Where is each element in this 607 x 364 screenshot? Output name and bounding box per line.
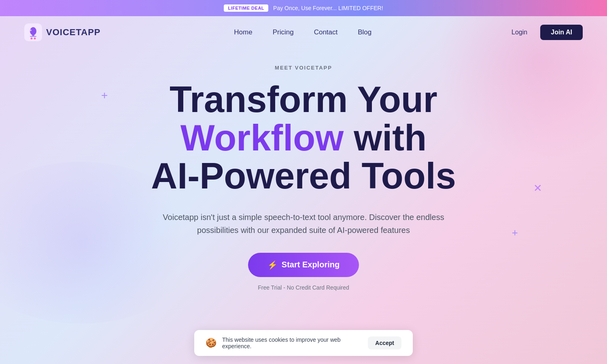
meet-label: MEET VOICETAPP (275, 65, 332, 71)
svg-point-5 (34, 38, 36, 40)
hero-title-line2: with (354, 118, 427, 158)
start-exploring-button[interactable]: ⚡ Start Exploring (248, 253, 359, 277)
logo-text: VOICETAPP (46, 27, 101, 38)
hero-subtitle: Voicetapp isn't just a simple speech-to-… (162, 211, 445, 237)
announcement-text: Pay Once, Use Forever... LIMITED OFFER! (273, 5, 383, 11)
announcement-bar: LIFETIME DEAL Pay Once, Use Forever... L… (0, 0, 607, 16)
hero-title-line3: AI-Powered Tools (151, 156, 456, 196)
hero-title-line1: Transform Your (170, 79, 437, 120)
cookie-icon: 🍪 (206, 338, 216, 348)
logo-icon (24, 23, 42, 41)
nav-actions: Login Join AI (505, 25, 583, 40)
login-button[interactable]: Login (505, 25, 534, 39)
svg-point-4 (31, 38, 33, 40)
nav-link-home[interactable]: Home (234, 28, 252, 36)
nav-link-blog[interactable]: Blog (358, 28, 371, 36)
nav-link-pricing[interactable]: Pricing (273, 28, 294, 36)
svg-point-6 (30, 30, 32, 31)
navbar: VOICETAPP Home Pricing Contact Blog Logi… (0, 16, 607, 49)
join-button[interactable]: Join AI (540, 25, 583, 40)
hero-title: Transform Your Workflow with AI-Powered … (151, 80, 456, 195)
free-trial-text: Free Trial - No Credit Card Required (258, 284, 349, 291)
cookie-banner: 🍪 This website uses cookies to improve y… (194, 330, 413, 356)
svg-rect-3 (30, 36, 36, 37)
lightning-icon: ⚡ (267, 260, 278, 270)
hero-section: MEET VOICETAPP Transform Your Workflow w… (0, 49, 607, 291)
logo[interactable]: VOICETAPP (24, 23, 101, 41)
cookie-text: This website uses cookies to improve you… (222, 336, 362, 349)
nav-link-contact[interactable]: Contact (314, 28, 338, 36)
accept-button[interactable]: Accept (368, 336, 401, 349)
cta-label: Start Exploring (282, 260, 340, 269)
svg-point-1 (30, 27, 36, 35)
nav-links: Home Pricing Contact Blog (234, 28, 371, 36)
hero-title-highlight: Workflow (180, 118, 344, 158)
lifetime-badge: LIFETIME DEAL (224, 4, 268, 12)
